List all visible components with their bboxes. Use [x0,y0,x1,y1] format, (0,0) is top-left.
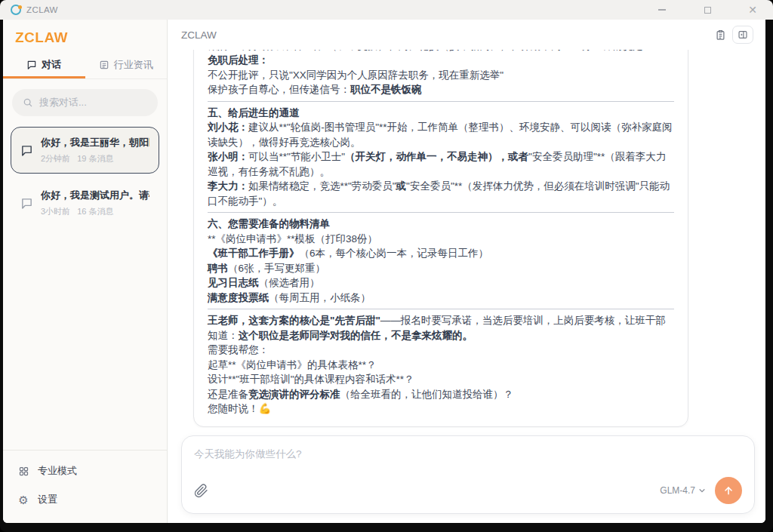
sidebar-tabs: 对话 行业资讯 [3,53,167,79]
message-paragraph: 还是准备竞选演讲的评分标准（给全班看的，让他们知道投给谁）？ [208,387,674,402]
tab-conversations[interactable]: 对话 [3,53,85,78]
message-paragraph: 满意度投票纸（每周五用，小纸条） [208,291,674,306]
model-selector[interactable]: GLM-4.7 [660,485,706,496]
conversation-meta: 3小时前16 条消息 [41,206,149,217]
grid-icon [17,465,29,477]
maximize-button[interactable] [702,5,713,15]
app-window: ZCLAW 对话 行业资讯 搜索对话... 你好，我是王丽华，朝阳区...2分钟… [3,20,765,523]
message-paragraph: 不公开批评，只说"XX同学因为个人原因辞去职务，现在重新选举" [208,68,674,83]
notes-icon[interactable] [715,29,726,41]
panel-icon [738,29,748,40]
message-paragraph: 张小明：可以当**"节能小卫士"（开关灯，动作单一，不易走神），或者"安全委员助… [208,149,674,179]
minimize-button[interactable] [657,5,667,15]
chat-bubble-icon [20,144,33,157]
search-placeholder: 搜索对话... [39,96,87,109]
tab-industry-news[interactable]: 行业资讯 [85,53,168,78]
model-name: GLM-4.7 [660,485,695,496]
message-divider [208,101,674,102]
message-input[interactable]: 今天我能为你做些什么? [194,447,742,461]
composer: 今天我能为你做些什么? GLM-4.7 [181,435,755,514]
news-icon [99,60,109,70]
panel-toggle-button[interactable] [732,26,753,44]
conversation-item[interactable]: 你好，我是王丽华，朝阳区...2分钟前19 条消息 [11,127,159,174]
conversation-title: 你好，我是王丽华，朝阳区... [41,136,149,149]
chat-bubble-icon [26,60,37,70]
conversation-list: 你好，我是王丽华，朝阳区...2分钟前19 条消息你好，我是测试用户。请确...… [3,121,167,232]
message-paragraph: 免职后处理： [208,53,674,68]
message-paragraph: 五、给后进生的通道 [208,106,674,121]
app-screen: ZCLAW ✕ ZCLAW 对话 行业资讯 搜索对话.. [0,0,773,532]
settings-button[interactable]: ⚙ 设置 [3,485,167,514]
paperclip-icon [194,484,208,498]
conversation-item[interactable]: 你好，我是测试用户。请确...3小时前16 条消息 [11,180,159,226]
message-divider [208,309,674,309]
conversation-title: 你好，我是测试用户。请确... [41,189,149,202]
message-paragraph: 王老师，这套方案的核心是"先苦后甜"——报名时要写承诺，当选后要培训，上岗后要考… [208,313,674,343]
clipped-text-line: 做满一个月颁发"荣誉退休"（和平交接）、岗位轮换（换个新岗位）、弹劾下岗——分三… [208,50,674,53]
brand-logo: ZCLAW [3,20,167,53]
search-input[interactable]: 搜索对话... [12,89,158,116]
sidebar-footer: 专业模式 ⚙ 设置 [3,450,167,523]
assistant-message: 做满一个月颁发"荣誉退休"（和平交接）、岗位轮换（换个新岗位）、弹劾下岗——分三… [193,50,688,427]
message-paragraph: **《岗位申请书》**模板（打印38份） [208,232,674,247]
app-icon [11,5,21,15]
message-paragraph: 李大力：如果情绪稳定，竞选**"劳动委员"或"安全委员"**（发挥体力优势，但必… [208,179,674,208]
message-paragraph: 聘书（6张，手写更郑重） [208,261,674,276]
chevron-down-icon [698,487,706,494]
conversation-meta: 2分钟前19 条消息 [41,153,149,165]
close-button[interactable]: ✕ [747,5,758,15]
message-paragraph: 保护孩子自尊心，但传递信号：职位不是铁饭碗 [208,82,674,97]
message-paragraph: 设计**"班干部培训"的具体课程内容和话术**？ [208,372,674,387]
sidebar: ZCLAW 对话 行业资讯 搜索对话... 你好，我是王丽华，朝阳区...2分钟… [3,20,168,523]
window-titlebar: ZCLAW ✕ [0,0,773,20]
pro-mode-button[interactable]: 专业模式 [3,457,167,485]
send-button[interactable] [715,477,742,504]
main-header-title: ZCLAW [181,29,217,41]
chat-bubble-icon [20,197,33,210]
message-paragraph: 六、您需要准备的物料清单 [208,217,674,232]
main-panel: ZCLAW 做满一个月颁发"荣誉退休"（和平交接）、岗位轮换（换个新岗位）、弹劾… [168,20,765,523]
message-paragraph: 见习日志纸（候选者用） [208,275,674,291]
attach-button[interactable] [194,484,208,498]
message-paragraph: 起草**《岗位申请书》的具体表格**？ [208,358,674,373]
message-paragraph: 需要我帮您： [208,343,674,358]
message-paragraph: 《班干部工作手册》（6本，每个核心岗一本，记录每日工作） [208,246,674,261]
window-title: ZCLAW [26,5,58,14]
message-paragraph: 您随时说！💪 [208,401,674,417]
gear-icon: ⚙ [17,494,29,506]
main-header: ZCLAW [168,20,765,50]
chat-scroll-area[interactable]: 做满一个月颁发"荣誉退休"（和平交接）、岗位轮换（换个新岗位）、弹劾下岗——分三… [168,50,765,428]
search-icon [23,97,33,108]
message-paragraph: 刘小花：建议从**"轮值岗-图书管理员"**开始，工作简单（整理书）、环境安静、… [208,120,674,149]
message-divider [208,212,674,213]
arrow-up-icon [722,484,735,497]
